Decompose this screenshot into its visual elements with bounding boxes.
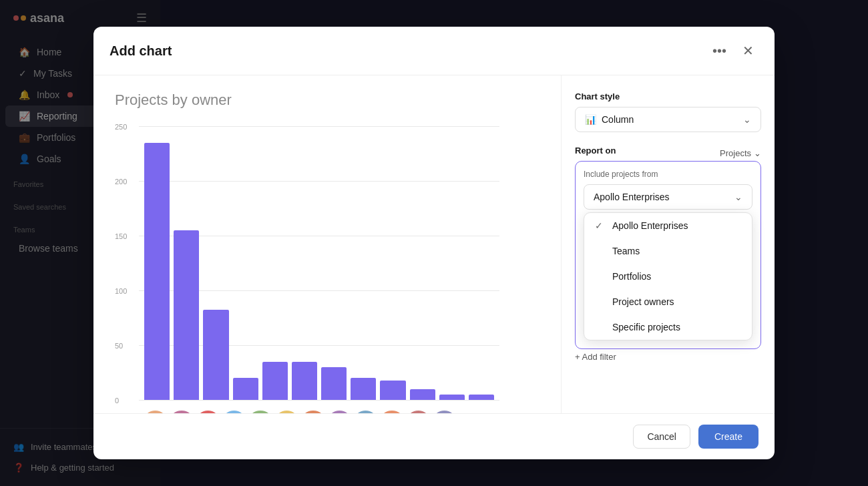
bar-3 (203, 310, 228, 400)
dropdown-option-apollo[interactable]: ✓ Apollo Enterprises (584, 213, 752, 238)
avatar-3 (197, 411, 219, 413)
bar-7 (321, 367, 347, 400)
avatar-4 (223, 411, 245, 413)
bar-6 (292, 362, 317, 400)
chart-title: Projects by owner (115, 91, 539, 109)
report-on-header: Report on Projects ⌄ (575, 146, 761, 161)
bar-1 (144, 143, 170, 400)
include-projects-label: Include projects from (584, 170, 752, 179)
dialog-header: Add chart ••• ✕ (93, 27, 775, 75)
column-chart-icon: 📊 (585, 114, 596, 125)
chart-inner: Project count 250 200 150 100 (139, 119, 539, 413)
dialog-title: Add chart (110, 43, 172, 59)
chart-container: Project count 250 200 150 100 (115, 119, 539, 413)
dropdown-option-specific-projects[interactable]: ✓ Specific projects (584, 314, 752, 340)
bar-10 (410, 389, 435, 400)
cancel-button[interactable]: Cancel (633, 425, 690, 449)
include-projects-container: Include projects from Apollo Enterprises… (575, 161, 761, 349)
include-projects-dropdown-menu: ✓ Apollo Enterprises ✓ Teams ✓ Portfolio… (584, 212, 752, 340)
bars-area (139, 126, 499, 400)
bar-9 (380, 381, 405, 400)
chart-style-select[interactable]: 📊 Column ⌄ (575, 107, 761, 132)
gridline-label-250: 250 (115, 123, 127, 131)
bar-11 (439, 395, 465, 400)
check-icon: ✓ (595, 220, 606, 231)
avatar-5 (249, 411, 271, 413)
gridline-label-150: 150 (115, 232, 127, 240)
avatar-11 (407, 411, 429, 413)
dropdown-option-specific-projects-label: Specific projects (612, 322, 741, 332)
chart-style-value: Column (602, 114, 634, 125)
dropdown-option-project-owners[interactable]: ✓ Project owners (584, 289, 752, 314)
bar-12 (469, 395, 494, 400)
dialog-header-actions: ••• ✕ (710, 40, 758, 61)
include-projects-value: Apollo Enterprises (594, 192, 670, 202)
avatars-row: + 3 more (139, 411, 499, 413)
chart-style-label: Chart style (575, 91, 761, 101)
dropdown-option-apollo-label: Apollo Enterprises (612, 220, 741, 231)
avatar-1 (144, 411, 166, 413)
dropdown-option-teams-label: Teams (612, 246, 741, 256)
gridline-0: 0 (139, 400, 499, 401)
bar-5 (262, 362, 288, 400)
close-dialog-button[interactable]: ✕ (737, 40, 758, 61)
gridline-label-0: 0 (115, 397, 119, 405)
avatar-12 (433, 411, 455, 413)
dropdown-option-portfolios[interactable]: ✓ Portfolios (584, 264, 752, 289)
dialog-footer: Cancel Create (93, 413, 775, 459)
report-on-value: Projects (720, 148, 751, 158)
add-chart-dialog: Add chart ••• ✕ Projects by owner Projec… (93, 27, 775, 459)
chart-style-section: Chart style 📊 Column ⌄ (575, 91, 761, 132)
gridline-label-200: 200 (115, 178, 127, 186)
right-panel: Chart style 📊 Column ⌄ Report on Project… (561, 75, 775, 413)
include-projects-chevron-icon: ⌄ (734, 192, 742, 202)
avatar-2 (170, 411, 192, 413)
avatar-7 (302, 411, 324, 413)
bar-4 (233, 378, 258, 400)
bar-2 (174, 230, 199, 400)
bar-8 (351, 378, 376, 400)
gridline-label-50: 50 (115, 342, 123, 350)
dropdown-option-teams[interactable]: ✓ Teams (584, 238, 752, 264)
add-filter-button[interactable]: + Add filter (575, 349, 616, 364)
avatar-6 (276, 411, 298, 413)
dropdown-option-project-owners-label: Project owners (612, 296, 741, 307)
add-filter-label: + Add filter (575, 352, 616, 362)
include-projects-dropdown-trigger[interactable]: Apollo Enterprises ⌄ (584, 184, 752, 210)
chart-style-chevron-icon: ⌄ (743, 114, 751, 125)
dialog-body: Projects by owner Project count 250 200 (93, 75, 775, 413)
gridline-label-100: 100 (115, 287, 127, 295)
report-on-type-selector[interactable]: Projects ⌄ (720, 148, 761, 158)
avatar-9 (355, 411, 377, 413)
chart-area: Projects by owner Project count 250 200 (93, 75, 561, 413)
report-on-section: Report on Projects ⌄ Include projects fr… (575, 146, 761, 364)
report-on-chevron-icon: ⌄ (754, 148, 761, 158)
avatar-8 (329, 411, 351, 413)
avatar-10 (381, 411, 403, 413)
create-button[interactable]: Create (698, 425, 758, 449)
report-on-label: Report on (575, 146, 616, 156)
dropdown-option-portfolios-label: Portfolios (612, 271, 741, 282)
more-options-button[interactable]: ••• (710, 41, 729, 61)
